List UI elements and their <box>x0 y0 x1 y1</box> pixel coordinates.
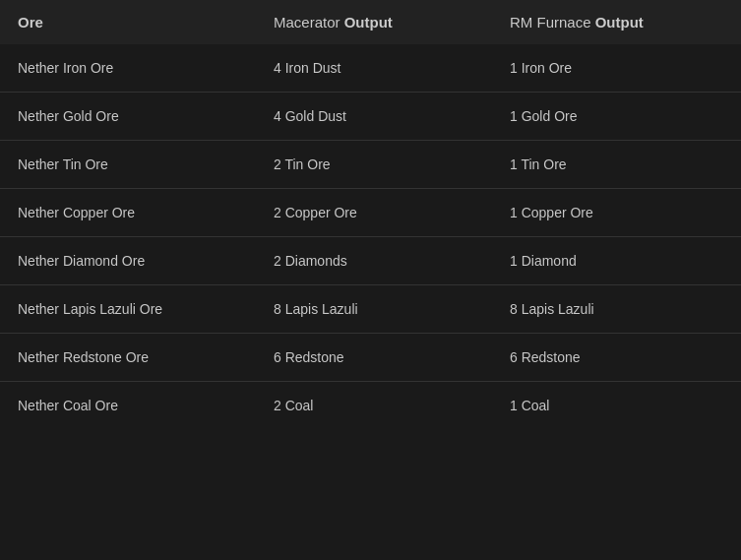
cell-macerator-output: 2 Tin Ore <box>256 141 492 189</box>
cell-macerator-output: 8 Lapis Lazuli <box>256 285 492 334</box>
table-row: Nether Gold Ore4 Gold Dust1 Gold Ore <box>0 93 741 141</box>
cell-ore: Nether Gold Ore <box>0 93 256 141</box>
cell-macerator-output: 6 Redstone <box>256 334 492 382</box>
cell-furnace-output: 8 Lapis Lazuli <box>492 285 741 334</box>
table-row: Nether Copper Ore2 Copper Ore1 Copper Or… <box>0 189 741 237</box>
header-ore: Ore <box>0 0 256 44</box>
cell-macerator-output: 4 Gold Dust <box>256 93 492 141</box>
cell-furnace-output: 6 Redstone <box>492 334 741 382</box>
header-furnace: RM Furnace Output <box>492 0 741 44</box>
cell-macerator-output: 2 Copper Ore <box>256 189 492 237</box>
cell-ore: Nether Copper Ore <box>0 189 256 237</box>
cell-ore: Nether Coal Ore <box>0 382 256 430</box>
cell-furnace-output: 1 Iron Ore <box>492 44 741 93</box>
table-row: Nether Diamond Ore2 Diamonds1 Diamond <box>0 237 741 285</box>
cell-furnace-output: 1 Tin Ore <box>492 141 741 189</box>
cell-ore: Nether Iron Ore <box>0 44 256 93</box>
cell-macerator-output: 2 Diamonds <box>256 237 492 285</box>
cell-ore: Nether Lapis Lazuli Ore <box>0 285 256 334</box>
table-row: Nether Coal Ore2 Coal1 Coal <box>0 382 741 430</box>
cell-furnace-output: 1 Gold Ore <box>492 93 741 141</box>
table-row: Nether Iron Ore4 Iron Dust1 Iron Ore <box>0 44 741 93</box>
table-header-row: Ore Macerator Output RM Furnace Output <box>0 0 741 44</box>
ore-table: Ore Macerator Output RM Furnace Output N… <box>0 0 741 429</box>
cell-ore: Nether Redstone Ore <box>0 334 256 382</box>
table-row: Nether Redstone Ore6 Redstone6 Redstone <box>0 334 741 382</box>
table-row: Nether Lapis Lazuli Ore8 Lapis Lazuli8 L… <box>0 285 741 334</box>
cell-ore: Nether Diamond Ore <box>0 237 256 285</box>
cell-macerator-output: 4 Iron Dust <box>256 44 492 93</box>
ore-table-container: Ore Macerator Output RM Furnace Output N… <box>0 0 741 429</box>
table-body: Nether Iron Ore4 Iron Dust1 Iron OreNeth… <box>0 44 741 429</box>
cell-furnace-output: 1 Diamond <box>492 237 741 285</box>
cell-ore: Nether Tin Ore <box>0 141 256 189</box>
header-macerator: Macerator Output <box>256 0 492 44</box>
cell-furnace-output: 1 Coal <box>492 382 741 430</box>
cell-macerator-output: 2 Coal <box>256 382 492 430</box>
table-row: Nether Tin Ore2 Tin Ore1 Tin Ore <box>0 141 741 189</box>
cell-furnace-output: 1 Copper Ore <box>492 189 741 237</box>
